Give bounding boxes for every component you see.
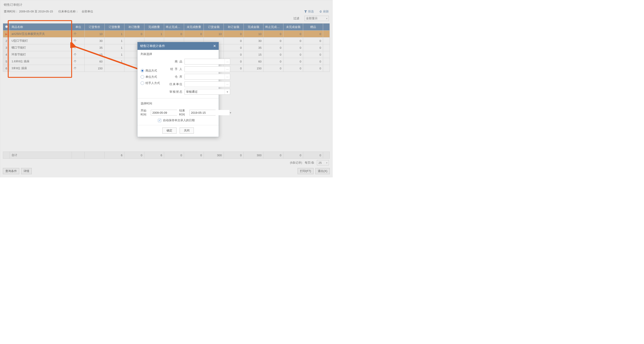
query-conditions-button[interactable]: 查询条件 (3, 168, 19, 174)
audit-label: 审核状态 (167, 90, 183, 94)
company-name-value: 全部单位 (82, 10, 93, 13)
col-spacer (323, 23, 330, 30)
radio-icon (140, 81, 144, 85)
radio-goods[interactable]: 商品方式 (140, 69, 165, 73)
radio-icon (140, 69, 144, 72)
radio-unit[interactable]: 单位方式 (140, 75, 165, 79)
chevron-down-icon[interactable]: ▾ (225, 89, 230, 94)
col-undone[interactable]: 未完成数量 (184, 23, 204, 30)
totals-wrap: 合计 6 0 6 0 0 300 0 300 0 0 0 (0, 152, 332, 159)
goods-label: 商 品 (167, 60, 183, 64)
col-qty[interactable]: 订货数量 (104, 23, 124, 30)
record-count: (6条记录) (290, 161, 302, 165)
gear-header[interactable] (3, 23, 10, 30)
col-price[interactable]: 订货售价 (85, 23, 105, 30)
print-button[interactable]: 打印(F7) (298, 168, 314, 174)
col-undone-amt[interactable]: 未完成金额 (283, 23, 303, 30)
goods-input[interactable] (185, 59, 225, 64)
company-name-label: 往来单位名称： (58, 10, 78, 13)
start-date-field[interactable]: ▾ (151, 110, 177, 115)
close-icon[interactable]: ✕ (213, 44, 216, 48)
secondary-filter: 过滤 全部显示 ▾ (0, 16, 332, 23)
col-reorder[interactable]: 补订数量 (124, 23, 144, 30)
audit-select[interactable]: ▾ (184, 89, 230, 95)
gear-icon (5, 25, 8, 28)
ellipsis-icon[interactable]: ··· (225, 59, 230, 64)
autosave-checkbox[interactable] (158, 119, 161, 122)
audit-input[interactable] (185, 89, 225, 94)
totals-row: 合计 6 0 6 0 0 300 0 300 0 0 0 (3, 152, 330, 159)
chevron-down-icon[interactable]: ▾ (230, 110, 231, 115)
detail-button[interactable]: 详情 (21, 168, 32, 174)
ellipsis-icon[interactable]: ··· (225, 66, 230, 72)
filter-bar: 查询时间： 2009-05-09 至 2019-05-15 往来单位名称： 全部… (0, 8, 332, 16)
col-gift[interactable]: 赠品 (303, 23, 323, 30)
radio-handler[interactable]: 经手人方式 (140, 81, 165, 85)
close-button[interactable]: 关闭 (180, 127, 194, 134)
handler-field[interactable]: ··· (184, 66, 230, 72)
query-time-value: 2009-05-09 至 2019-05-15 (19, 10, 53, 13)
ok-button[interactable]: 确定 (162, 127, 176, 134)
company-label: 往来单位 (167, 82, 183, 86)
exit-button[interactable]: 退出(X) (315, 168, 330, 174)
col-unit[interactable]: 单位 (72, 23, 85, 30)
refresh-icon (319, 10, 322, 13)
chevron-down-icon: ▾ (326, 17, 327, 20)
col-amount[interactable]: 订货金额 (204, 23, 224, 30)
col-term-done[interactable]: 终止完成数量 (164, 23, 184, 30)
filter-link[interactable]: 筛选 (304, 9, 314, 13)
table-header-row: 商品名称 单位 订货售价 订货数量 补订数量 完成数量 终止完成数量 未完成数量… (3, 23, 330, 30)
funnel-icon (304, 10, 307, 13)
modal-title: 销售订单统计条件 (140, 44, 165, 48)
col-done[interactable]: 完成数量 (144, 23, 164, 30)
filter2-label: 过滤 (294, 16, 299, 20)
warehouse-label: 仓 库 (167, 75, 183, 79)
footer-bar: 查询条件 详情 打印(F7) 退出(X) (0, 167, 332, 176)
handler-input[interactable] (185, 66, 225, 72)
company-input[interactable] (185, 82, 225, 87)
ellipsis-icon[interactable]: ··· (225, 82, 230, 87)
autosave-label: 自动保存本次录入的日期 (163, 118, 195, 122)
chevron-down-icon: ▾ (326, 162, 327, 164)
start-label: 开始时间 (140, 109, 148, 117)
warehouse-field[interactable]: ··· (184, 74, 230, 80)
per-page-select[interactable]: 25 ▾ (317, 160, 329, 165)
totals-label: 合计 (10, 152, 72, 159)
company-field[interactable]: ··· (184, 81, 230, 87)
filter2-select[interactable]: 全部显示 ▾ (304, 16, 329, 21)
warehouse-input[interactable] (185, 74, 225, 79)
col-name[interactable]: 商品名称 (10, 23, 72, 30)
query-time-label: 查询时间： (4, 10, 18, 13)
col-done-amt[interactable]: 完成金额 (244, 23, 264, 30)
col-reorder-amt[interactable]: 补订金额 (224, 23, 244, 30)
radio-icon (140, 75, 144, 79)
end-date-field[interactable]: ▾ (190, 110, 216, 115)
pager-bar: (6条记录) 每页/条 25 ▾ (0, 159, 332, 167)
list-section-title: 列表选择 (138, 50, 219, 57)
page-title: 销售订单统计 (0, 0, 332, 8)
col-term-amt[interactable]: 终止完成金额 (264, 23, 284, 30)
modal-header: 销售订单统计条件 ✕ (138, 42, 219, 50)
end-date-input[interactable] (190, 110, 230, 115)
table-row[interactable]: ▶aA250V五位单极荧光开关个101010010010000 (3, 30, 330, 37)
per-page-label: 每页/条 (305, 161, 314, 165)
ellipsis-icon[interactable]: ··· (225, 74, 230, 79)
time-section-title: 选择时间 (138, 99, 219, 107)
handler-label: 经 手 人 (167, 67, 183, 71)
end-label: 结束时间 (179, 109, 187, 117)
goods-field[interactable]: ··· (184, 59, 230, 64)
app-frame: 销售订单统计 查询时间： 2009-05-09 至 2019-05-15 往来单… (0, 0, 333, 177)
refresh-link[interactable]: 刷新 (319, 9, 329, 13)
conditions-modal: 销售订单统计条件 ✕ 列表选择 商品方式 单位方式 (137, 42, 219, 137)
